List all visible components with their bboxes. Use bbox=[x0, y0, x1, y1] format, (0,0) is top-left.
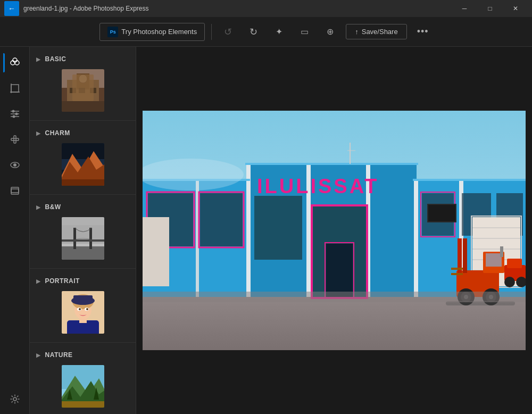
photoshop-icon: Ps bbox=[107, 27, 118, 37]
filter-thumb-nature[interactable] bbox=[62, 365, 104, 408]
zoom-icon: ⊕ bbox=[327, 27, 334, 37]
svg-rect-116 bbox=[507, 259, 522, 268]
svg-rect-24 bbox=[70, 88, 76, 93]
filter-thumb-bw[interactable] bbox=[62, 217, 104, 260]
svg-rect-57 bbox=[62, 401, 104, 408]
redo-button[interactable]: ↻ bbox=[244, 22, 263, 42]
svg-rect-92 bbox=[143, 217, 169, 286]
thumb-portrait-svg bbox=[62, 291, 104, 334]
more-button[interactable]: ••• bbox=[413, 22, 433, 42]
svg-rect-16 bbox=[11, 187, 19, 193]
filter-section-label-portrait: PORTRAIT bbox=[45, 277, 80, 285]
look-icon bbox=[9, 159, 21, 171]
crop-icon bbox=[9, 82, 21, 94]
filter-section-nature: ▶ NATURE bbox=[30, 343, 136, 414]
filter-section-header-bw[interactable]: ▶ B&W bbox=[30, 201, 136, 213]
undo-button[interactable]: ↺ bbox=[218, 22, 237, 42]
filter-section-portrait: ▶ PORTRAIT bbox=[30, 269, 136, 343]
close-button[interactable]: ✕ bbox=[503, 0, 528, 17]
svg-rect-22 bbox=[77, 73, 89, 89]
svg-rect-37 bbox=[73, 228, 76, 249]
svg-rect-75 bbox=[254, 196, 302, 260]
window-controls: ─ □ ✕ bbox=[452, 0, 528, 17]
filter-section-header-basic[interactable]: ▶ BASIC bbox=[30, 53, 136, 65]
filter-section-charm: ▶ CHARM bbox=[30, 121, 136, 195]
svg-rect-27 bbox=[62, 101, 104, 112]
window-title: greenland-1.jpg - Adobe Photoshop Expres… bbox=[23, 5, 149, 12]
filter-sidebar: ▶ BASIC bbox=[30, 47, 136, 414]
svg-rect-38 bbox=[89, 228, 92, 249]
sidebar-item-layers[interactable] bbox=[3, 179, 27, 202]
icon-sidebar bbox=[0, 47, 30, 414]
filter-section-bw: ▶ B&W bbox=[30, 195, 136, 269]
sidebar-item-filters[interactable] bbox=[3, 51, 27, 74]
magic-icon: ✦ bbox=[276, 27, 282, 37]
svg-rect-103 bbox=[486, 253, 502, 267]
sidebar-item-settings[interactable] bbox=[3, 391, 27, 414]
svg-point-23 bbox=[79, 74, 87, 83]
svg-text:ILULISSAT: ILULISSAT bbox=[257, 175, 379, 197]
svg-rect-12 bbox=[11, 138, 19, 140]
title-bar-left: ← greenland-1.jpg - Adobe Photoshop Expr… bbox=[4, 1, 149, 16]
svg-rect-107 bbox=[451, 273, 463, 275]
svg-point-117 bbox=[504, 277, 515, 287]
chevron-icon-charm: ▶ bbox=[36, 130, 41, 136]
sidebar-item-look[interactable] bbox=[3, 153, 27, 177]
filter-section-label-basic: BASIC bbox=[45, 55, 66, 63]
filter-section-header-nature[interactable]: ▶ NATURE bbox=[30, 349, 136, 361]
svg-rect-33 bbox=[62, 179, 104, 186]
filter-thumb-basic[interactable] bbox=[62, 69, 104, 112]
filter-thumb-portrait[interactable] bbox=[62, 291, 104, 334]
sidebar-item-crop[interactable] bbox=[3, 77, 27, 100]
filter-section-label-bw: B&W bbox=[45, 203, 61, 211]
svg-rect-100 bbox=[428, 205, 455, 221]
chevron-icon-bw: ▶ bbox=[36, 204, 41, 210]
chevron-icon-basic: ▶ bbox=[36, 56, 41, 62]
svg-point-9 bbox=[15, 113, 18, 115]
compare-icon: ▭ bbox=[301, 27, 309, 37]
svg-rect-40 bbox=[62, 217, 104, 225]
magic-button[interactable]: ✦ bbox=[269, 22, 288, 42]
svg-rect-30 bbox=[62, 143, 104, 159]
thumb-basic-svg bbox=[62, 69, 104, 112]
save-share-button[interactable]: ↑ Save/Share bbox=[346, 24, 406, 39]
svg-point-18 bbox=[13, 398, 16, 401]
svg-rect-26 bbox=[90, 88, 96, 93]
title-bar: ← greenland-1.jpg - Adobe Photoshop Expr… bbox=[0, 0, 532, 17]
try-photoshop-button[interactable]: Ps Try Photoshop Elements bbox=[99, 23, 205, 41]
more-icon: ••• bbox=[417, 26, 429, 37]
filter-thumbnails-nature bbox=[30, 361, 136, 410]
filter-thumbnails-portrait bbox=[30, 287, 136, 336]
svg-rect-25 bbox=[79, 88, 85, 93]
svg-rect-106 bbox=[451, 268, 463, 270]
svg-rect-114 bbox=[500, 246, 503, 257]
filter-thumbnails-bw bbox=[30, 213, 136, 262]
canvas-area: ILULISSAT bbox=[136, 47, 532, 414]
thumb-bw-svg bbox=[62, 217, 104, 260]
svg-point-51 bbox=[79, 308, 81, 310]
svg-point-14 bbox=[13, 163, 16, 167]
photo-frame: ILULISSAT bbox=[143, 111, 526, 350]
svg-rect-36 bbox=[62, 246, 104, 260]
back-button[interactable]: ← bbox=[4, 1, 19, 16]
svg-rect-48 bbox=[73, 295, 93, 303]
svg-point-52 bbox=[86, 308, 88, 310]
main-layout: ▶ BASIC bbox=[0, 47, 532, 414]
chevron-icon-nature: ▶ bbox=[36, 352, 41, 358]
try-photoshop-label: Try Photoshop Elements bbox=[121, 28, 197, 36]
svg-rect-78 bbox=[326, 244, 353, 297]
maximize-button[interactable]: □ bbox=[478, 0, 502, 17]
svg-rect-17 bbox=[11, 189, 19, 194]
filter-section-label-charm: CHARM bbox=[45, 129, 70, 137]
settings-icon bbox=[9, 393, 21, 405]
filter-section-header-charm[interactable]: ▶ CHARM bbox=[30, 127, 136, 139]
filter-section-header-portrait[interactable]: ▶ PORTRAIT bbox=[30, 275, 136, 287]
sidebar-item-heal[interactable] bbox=[3, 128, 27, 151]
minimize-button[interactable]: ─ bbox=[452, 0, 477, 17]
filter-thumb-charm[interactable] bbox=[62, 143, 104, 186]
compare-button[interactable]: ▭ bbox=[295, 22, 314, 42]
undo-icon: ↺ bbox=[224, 26, 232, 38]
zoom-button[interactable]: ⊕ bbox=[320, 22, 339, 42]
sidebar-item-adjustments[interactable] bbox=[3, 102, 27, 126]
chevron-icon-portrait: ▶ bbox=[36, 278, 41, 284]
